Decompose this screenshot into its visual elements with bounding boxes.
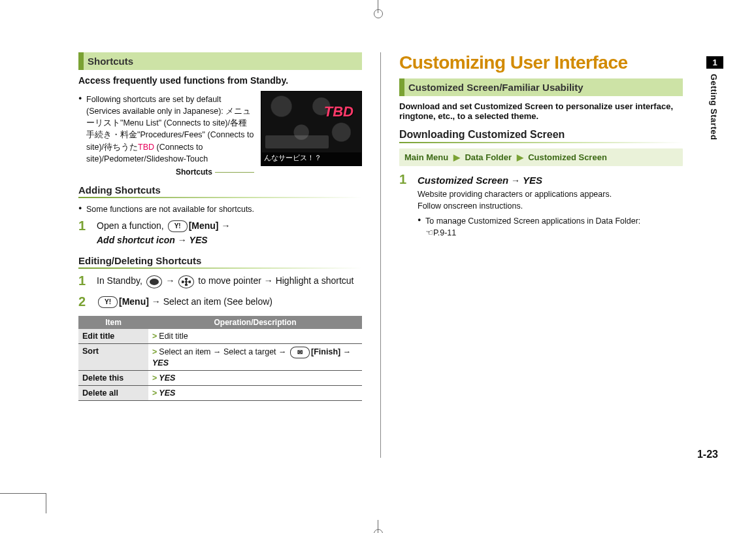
download-step-1: 1 Customized Screen → YES Website provid… — [399, 173, 683, 241]
arrow-icon: → — [213, 347, 222, 356]
default-shortcuts-text: Following shortcuts are set by default (… — [86, 95, 254, 163]
chevron-icon: > — [152, 332, 157, 341]
step-text: In Standby, — [97, 275, 145, 286]
page-ref-icon: ☞ — [425, 227, 433, 239]
main-title: Customizing User Interface — [399, 52, 683, 73]
step-text: Select an item (See below) — [163, 296, 272, 307]
page-number: 1-23 — [697, 449, 718, 460]
chevron-icon: > — [152, 373, 157, 383]
chapter-number: 1 — [706, 56, 723, 69]
cell-item: Edit title — [78, 329, 148, 344]
table-row: Sort >Select an item → Select a target →… — [78, 343, 362, 370]
screenshot-caption-text: Shortcuts — [176, 167, 212, 177]
arrow-icon: → — [152, 296, 161, 307]
shortcut-defaults-block: Following shortcuts are set by default (… — [78, 91, 362, 177]
subheading-downloading: Downloading Customized Screen — [399, 129, 683, 141]
adding-step-1: 1 Open a function, Y![Menu] → Add shortc… — [78, 219, 362, 247]
add-shortcut-label: Add shortcut icon — [97, 235, 175, 245]
bullet-text: To manage Customized Screen applications… — [425, 216, 640, 226]
intro-text: Access frequently used functions from St… — [78, 75, 362, 86]
multi-key-icon — [178, 275, 194, 288]
crop-mark-bottom — [374, 513, 383, 533]
table-row: Delete this >YES — [78, 370, 362, 385]
cell-text: Select an item — [159, 347, 213, 356]
editing-step-2: 2 Y![Menu] → Select an item (See below) — [78, 295, 362, 309]
mail-key-icon: ✉ — [290, 347, 310, 358]
manage-bullet: To manage Customized Screen applications… — [418, 215, 683, 239]
step-number: 1 — [78, 219, 90, 247]
gradient-rule — [78, 197, 362, 198]
menu-path: Main Menu ▶ Data Folder ▶ Customized Scr… — [399, 148, 683, 166]
step-number: 2 — [78, 295, 90, 309]
shortcut-icon-row — [265, 135, 329, 148]
default-shortcuts-bullet: Following shortcuts are set by default (… — [78, 94, 254, 165]
table-row: Edit title >Edit title — [78, 329, 362, 344]
cell-text: Edit title — [159, 332, 188, 341]
step-body: Open a function, Y![Menu] → Add shortcut… — [97, 219, 362, 247]
step-text: Open a function, — [97, 220, 167, 231]
chapter-title: Getting Started — [706, 69, 721, 145]
tbd-overlay: TBD — [324, 103, 353, 120]
yes-label: YES — [159, 373, 175, 383]
menu-path-item: Customized Screen — [528, 152, 607, 162]
section-heading-customized: Customized Screen/Familiar Usability — [399, 78, 683, 96]
cell-desc: >YES — [148, 370, 362, 385]
yes-label: YES — [152, 358, 169, 368]
menu-path-item: Main Menu — [404, 152, 448, 162]
triangle-icon: ▶ — [453, 152, 460, 162]
cell-desc: >YES — [148, 385, 362, 400]
customized-screen-label: Customized Screen — [418, 175, 508, 186]
step-number: 1 — [399, 173, 411, 241]
crop-mark-top — [374, 0, 383, 20]
gradient-rule — [399, 142, 683, 143]
col-item: Item — [78, 316, 148, 329]
step-text: Highlight a shortcut — [276, 275, 354, 286]
step-number: 1 — [78, 274, 90, 288]
step-note-1: Website providing characters or applicat… — [418, 188, 683, 201]
triangle-icon: ▶ — [517, 152, 523, 162]
subheading-adding: Adding Shortcuts — [78, 184, 362, 196]
cell-item: Delete all — [78, 385, 148, 400]
step-body: Customized Screen → YES Website providin… — [418, 173, 683, 241]
arrow-icon: → — [511, 175, 523, 186]
subheading-editing: Editing/Deleting Shortcuts — [78, 255, 362, 266]
menu-label: [Menu] — [189, 220, 219, 231]
chapter-side-tab: 1 Getting Started — [706, 56, 723, 145]
table-row: Delete all >YES — [78, 385, 362, 400]
phone-screenshot-wrap: TBD んなサービス！？ — [261, 91, 362, 177]
section-heading-shortcuts: Shortcuts — [78, 52, 362, 70]
arrow-icon: → — [278, 347, 289, 356]
operations-table: Item Operation/Description Edit title >E… — [78, 316, 362, 401]
caption-leader-line — [215, 172, 254, 173]
table-header-row: Item Operation/Description — [78, 316, 362, 329]
center-key-icon — [146, 275, 162, 288]
cell-item: Sort — [78, 343, 148, 370]
chevron-icon: > — [152, 347, 157, 356]
tbd-inline: TBD — [138, 143, 154, 152]
step-body: Y![Menu] → Select an item (See below) — [97, 295, 362, 309]
adding-note: Some functions are not available for sho… — [78, 203, 362, 215]
finish-label: [Finish] — [311, 347, 340, 356]
menu-label: [Menu] — [119, 296, 149, 307]
y-key-icon: Y! — [98, 296, 118, 308]
arrow-icon: → — [343, 347, 352, 356]
editing-step-1: 1 In Standby, → to move pointer → Highli… — [78, 274, 362, 288]
phone-screenshot: TBD んなサービス！？ — [261, 91, 362, 166]
screenshot-caption: Shortcuts — [78, 167, 254, 177]
arrow-icon: → — [264, 275, 273, 286]
cell-item: Delete this — [78, 370, 148, 385]
intro-text: Download and set Customized Screen to pe… — [399, 101, 683, 121]
y-key-icon: Y! — [168, 220, 188, 232]
phone-bottom-strip: んなサービス！？ — [261, 152, 361, 165]
left-column: Shortcuts Access frequently used functio… — [78, 52, 381, 458]
right-column: Customizing User Interface Customized Sc… — [381, 52, 683, 458]
menu-path-item: Data Folder — [465, 152, 512, 162]
cell-desc: >Edit title — [148, 329, 362, 344]
step-note-2: Follow onscreen instructions. — [418, 200, 683, 213]
step-text: to move pointer — [198, 275, 263, 286]
yes-label: YES — [523, 175, 542, 186]
arrow-icon: → — [166, 275, 178, 286]
step-body: In Standby, → to move pointer → Highligh… — [97, 274, 362, 288]
chevron-icon: > — [152, 388, 157, 398]
arrow-icon: → — [221, 220, 230, 231]
